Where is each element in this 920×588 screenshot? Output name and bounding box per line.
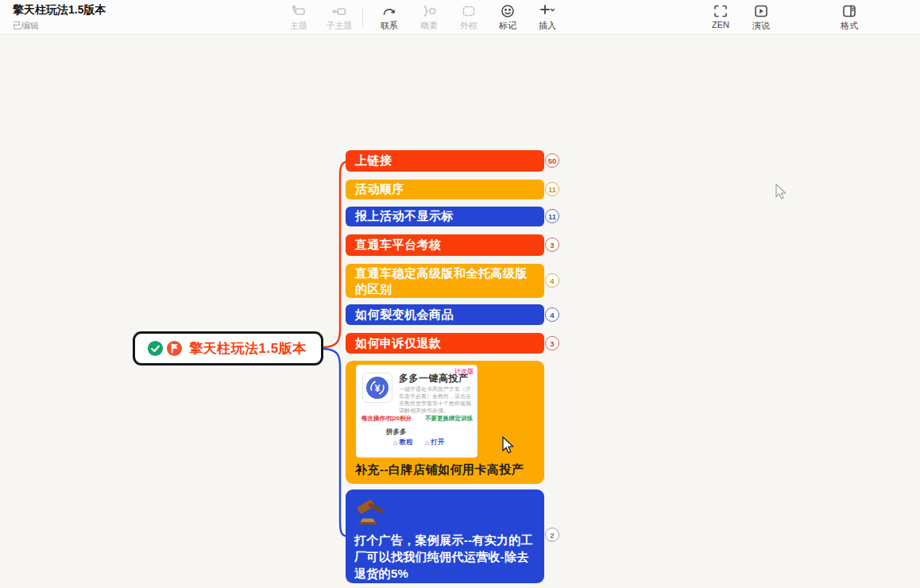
topic-node-ad[interactable]: 打个广告，案例展示--有实力的工厂可以找我们纯佣代运营收-除去退货的5% xyxy=(346,489,544,583)
topic-label: 上链接 xyxy=(355,153,392,168)
red-flag-icon[interactable] xyxy=(166,340,183,357)
topic-node[interactable]: 报上活动不显示标 xyxy=(346,207,544,226)
topic-node-with-image[interactable]: ¥ 多多一键高投产 计次版 一键开通化卡高投产开车（开车老手必看）全教程，请点击… xyxy=(346,361,544,484)
button-label: 教程 xyxy=(399,438,412,447)
zen-mode-icon xyxy=(713,3,729,19)
child-count-badge[interactable]: 2 xyxy=(545,528,559,542)
yuan-refresh-icon: ¥ xyxy=(365,376,389,400)
toolbar-label: 子主题 xyxy=(327,20,353,32)
insert-icon xyxy=(537,3,558,19)
svg-text:¥: ¥ xyxy=(375,383,381,394)
green-note: 不要更换绑定训练 xyxy=(425,415,473,423)
toolbar-label: ZEN xyxy=(712,20,729,29)
toolbar-divider xyxy=(362,8,363,27)
document-title: 擎天柱玩法1.5版本 xyxy=(13,3,106,17)
pitch-play-icon xyxy=(753,3,769,19)
summary-icon xyxy=(421,3,437,19)
child-count-badge[interactable]: 11 xyxy=(545,182,559,196)
toolbar-label: 标记 xyxy=(499,20,516,32)
gavel-icon xyxy=(357,497,388,527)
task-done-icon[interactable] xyxy=(147,340,164,357)
toolbar-button-format[interactable]: 格式 xyxy=(829,2,870,33)
toolbar-label: 联系 xyxy=(381,20,398,32)
topic-node[interactable]: 直通车稳定高级版和全托高级版的区别 xyxy=(346,264,544,298)
cost-note: 每次操作/扣20积分 xyxy=(361,415,412,423)
platform-label: 拼多多 xyxy=(386,427,407,437)
child-count-badge[interactable]: 4 xyxy=(545,308,559,322)
toolbar-label: 概要 xyxy=(420,20,438,32)
mindmap-canvas[interactable]: 擎天柱玩法1.5版本 上链接 活动顺序 报上活动不显示标 直通车平台考核 直通车… xyxy=(0,35,920,588)
topic-label: 补充--白牌店铺如何用卡高投产 xyxy=(355,462,524,478)
mouse-cursor xyxy=(775,184,789,201)
save-status: 已编辑 xyxy=(13,20,39,32)
topic-node[interactable]: 如何裂变机会商品 xyxy=(346,304,544,325)
topic-label: 报上活动不显示标 xyxy=(355,209,454,224)
boundary-icon xyxy=(461,3,477,19)
topic-icon xyxy=(291,3,307,19)
toolbar-button-topic[interactable]: 主题 xyxy=(278,2,319,33)
topic-label: 如何裂变机会商品 xyxy=(355,308,454,323)
topic-label: 直通车平台考核 xyxy=(355,238,442,253)
topic-node[interactable]: 上链接 xyxy=(346,150,544,172)
child-count-badge[interactable]: 50 xyxy=(545,153,559,168)
root-topic-label: 擎天柱玩法1.5版本 xyxy=(189,339,307,358)
toolbar-button-boundary[interactable]: 外框 xyxy=(448,2,489,33)
toolbar-button-marker[interactable]: 标记 xyxy=(487,2,528,33)
tutorial-button[interactable]: ⌂教程 xyxy=(393,438,412,447)
toolbar-label: 格式 xyxy=(841,20,858,32)
topic-label: 直通车稳定高级版和全托高级版的区别 xyxy=(355,265,535,297)
toolbar-button-relationship[interactable]: 联系 xyxy=(369,2,410,33)
child-count-badge[interactable]: 3 xyxy=(545,336,559,350)
child-count-badge[interactable]: 11 xyxy=(545,209,559,223)
toolbar-label: 插入 xyxy=(539,20,556,32)
open-button[interactable]: ⌂打开 xyxy=(425,438,444,447)
app-version-tag: 计次版 xyxy=(454,367,474,376)
toolbar-button-pitch[interactable]: 演说 xyxy=(740,2,782,33)
topic-node[interactable]: 活动顺序 xyxy=(346,180,544,199)
toolbar-button-insert[interactable]: 插入 xyxy=(527,2,568,33)
marker-icon xyxy=(500,3,516,19)
child-count-badge[interactable]: 4 xyxy=(545,273,559,288)
titlebar: 擎天柱玩法1.5版本 已编辑 主题 子主题 联系 概要 外框 标记 插入 ZEN… xyxy=(0,0,920,35)
topic-label: 活动顺序 xyxy=(355,182,404,197)
topic-label: 如何申诉仅退款 xyxy=(355,336,442,351)
home-icon: ⌂ xyxy=(393,439,397,447)
relationship-icon xyxy=(381,3,397,19)
toolbar-label: 演说 xyxy=(752,20,770,32)
child-count-badge[interactable]: 3 xyxy=(545,238,559,252)
toolbar-label: 主题 xyxy=(290,20,307,32)
toolbar-button-summary[interactable]: 概要 xyxy=(408,2,450,33)
topic-node[interactable]: 直通车平台考核 xyxy=(346,234,544,256)
toolbar-label: 外框 xyxy=(460,20,477,32)
toolbar-button-zen[interactable]: ZEN xyxy=(700,2,741,33)
toolbar-button-subtopic[interactable]: 子主题 xyxy=(319,2,360,33)
topic-label: 打个广告，案例展示--有实力的工厂可以找我们纯佣代运营收-除去退货的5% xyxy=(354,532,539,582)
subtopic-icon xyxy=(331,3,347,19)
embedded-image[interactable]: ¥ 多多一键高投产 计次版 一键开通化卡高投产开车（开车老手必看）全教程，请点击… xyxy=(356,365,477,458)
home-icon: ⌂ xyxy=(425,439,429,447)
app-icon-frame: ¥ xyxy=(362,373,392,403)
format-panel-icon xyxy=(841,3,857,19)
root-topic[interactable]: 擎天柱玩法1.5版本 xyxy=(133,331,323,366)
app-description: 一键开通化卡高投产开车（开车老手必看）全教程，请点击去教程里查看第十个教程视频讲… xyxy=(399,385,474,414)
topic-node[interactable]: 如何申诉仅退款 xyxy=(346,333,544,354)
button-label: 打开 xyxy=(431,438,444,447)
